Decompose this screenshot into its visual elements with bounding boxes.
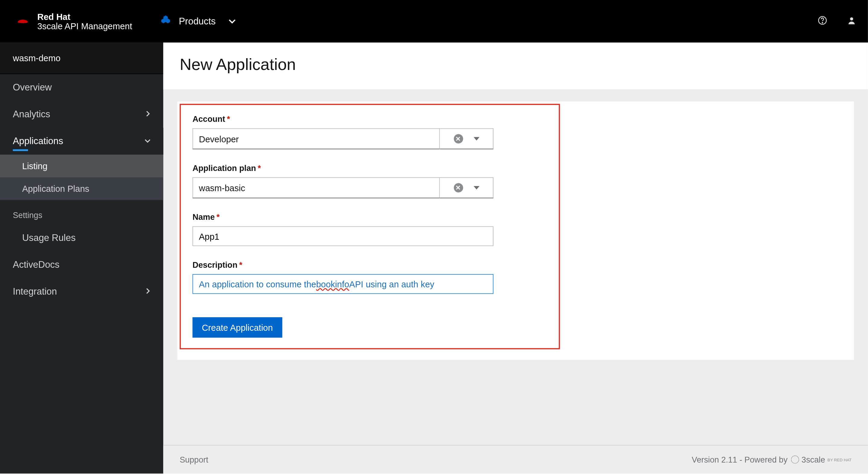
- page-title: New Application: [180, 56, 852, 74]
- required-marker: *: [239, 260, 243, 270]
- field-description: Description* An application to consume t…: [192, 260, 547, 294]
- plan-select[interactable]: wasm-basic ✕: [192, 177, 493, 198]
- svg-point-2: [822, 22, 823, 23]
- footer: Support Version 2.11 - Powered by 3scale…: [163, 445, 868, 474]
- label-name: Name*: [192, 212, 547, 222]
- clear-icon[interactable]: ✕: [454, 134, 463, 144]
- sidebar-item-analytics[interactable]: Analytics: [0, 101, 163, 128]
- label-account: Account*: [192, 114, 547, 124]
- footer-version-text: Version 2.11 - Powered by: [692, 455, 788, 464]
- sidebar-item-activedocs[interactable]: ActiveDocs: [0, 251, 163, 278]
- brand-text: Red Hat 3scale API Management: [37, 12, 132, 30]
- topnav-products[interactable]: Products: [160, 15, 236, 27]
- sidebar-item-label: Usage Rules: [22, 233, 75, 243]
- threescale-byline: BY RED HAT: [828, 457, 852, 462]
- create-application-button[interactable]: Create Application: [192, 317, 282, 338]
- chevron-right-icon: [146, 288, 151, 295]
- sidebar-item-overview[interactable]: Overview: [0, 74, 163, 101]
- sidebar-item-label: ActiveDocs: [13, 260, 60, 270]
- sidebar-item-listing[interactable]: Listing: [0, 155, 163, 177]
- sidebar-item-applications[interactable]: Applications: [0, 128, 163, 155]
- description-post: API using an auth key: [349, 279, 434, 289]
- form-highlight-box: Account* Developer ✕: [180, 104, 560, 349]
- label-text: Description: [192, 260, 237, 270]
- redhat-logo-icon: [15, 15, 30, 27]
- label-text: Account: [192, 114, 225, 124]
- cubes-icon: [160, 15, 171, 27]
- sidebar: wasm-demo Overview Analytics Application…: [0, 42, 163, 473]
- account-select[interactable]: Developer ✕: [192, 128, 493, 149]
- threescale-mark-icon: [791, 455, 799, 464]
- field-account: Account* Developer ✕: [192, 114, 547, 149]
- threescale-logo: 3scale BY RED HAT: [791, 455, 852, 464]
- user-icon[interactable]: [847, 15, 856, 27]
- account-select-controls: ✕: [440, 128, 493, 149]
- label-description: Description*: [192, 260, 547, 270]
- name-input[interactable]: [192, 226, 493, 246]
- caret-down-icon[interactable]: [473, 186, 479, 190]
- description-input[interactable]: An application to consume the bookinfo A…: [192, 274, 493, 294]
- field-name: Name*: [192, 212, 547, 246]
- form-card: Account* Developer ✕: [177, 102, 854, 360]
- footer-version: Version 2.11 - Powered by 3scale BY RED …: [692, 455, 852, 464]
- svg-point-3: [850, 17, 853, 20]
- sidebar-item-label: Integration: [13, 286, 57, 297]
- footer-support-link[interactable]: Support: [180, 455, 208, 464]
- required-marker: *: [227, 114, 230, 124]
- label-text: Application plan: [192, 163, 256, 173]
- sidebar-heading-settings: Settings: [0, 200, 163, 224]
- chevron-down-icon: [145, 137, 151, 145]
- brand-line1: Red Hat: [37, 12, 132, 21]
- sidebar-context: wasm-demo: [0, 42, 163, 74]
- sidebar-item-usage-rules[interactable]: Usage Rules: [0, 225, 163, 251]
- sidebar-item-label: Applications: [13, 136, 63, 147]
- sidebar-item-label: Overview: [13, 82, 52, 93]
- sidebar-item-label: Listing: [22, 161, 48, 171]
- sidebar-item-label: Analytics: [13, 109, 50, 120]
- required-marker: *: [217, 212, 220, 222]
- main: New Application Account* Developer ✕: [163, 42, 868, 473]
- brand-line2: 3scale API Management: [37, 22, 132, 30]
- brand: Red Hat 3scale API Management: [15, 12, 132, 30]
- clear-icon[interactable]: ✕: [454, 183, 463, 192]
- description-pre: An application to consume the: [199, 279, 316, 289]
- topbar: Red Hat 3scale API Management Products: [0, 0, 868, 42]
- sidebar-item-label: Application Plans: [22, 184, 89, 194]
- required-marker: *: [258, 163, 261, 173]
- account-select-value: Developer: [192, 128, 440, 149]
- topnav-products-label: Products: [179, 16, 216, 27]
- chevron-down-icon: [228, 17, 236, 25]
- chevron-right-icon: [146, 110, 151, 118]
- help-icon[interactable]: [818, 15, 827, 27]
- sidebar-applications-submenu: Listing Application Plans: [0, 155, 163, 200]
- caret-down-icon[interactable]: [473, 137, 479, 140]
- sidebar-item-integration[interactable]: Integration: [0, 278, 163, 305]
- page-header: New Application: [163, 42, 868, 90]
- sidebar-item-application-plans[interactable]: Application Plans: [0, 177, 163, 200]
- label-text: Name: [192, 212, 215, 222]
- threescale-name: 3scale: [802, 455, 825, 464]
- plan-select-value: wasm-basic: [192, 177, 440, 198]
- label-plan: Application plan*: [192, 163, 547, 173]
- content: Account* Developer ✕: [163, 90, 868, 445]
- field-plan: Application plan* wasm-basic ✕: [192, 163, 547, 198]
- description-spell: bookinfo: [316, 279, 349, 289]
- plan-select-controls: ✕: [440, 177, 493, 198]
